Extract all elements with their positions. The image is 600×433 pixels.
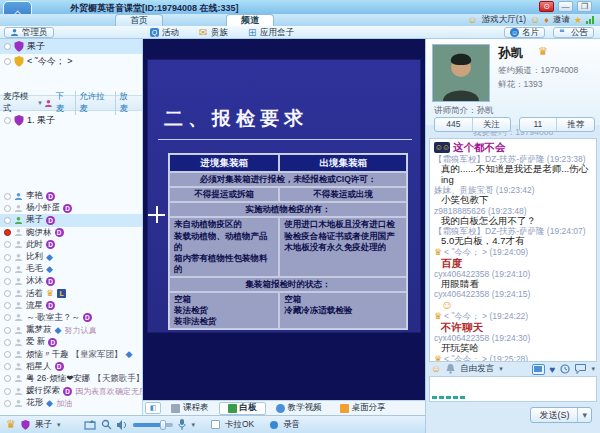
- member-row[interactable]: ～·歌室主？～D: [0, 312, 142, 324]
- user-icon: [14, 301, 23, 310]
- app-menu-button[interactable]: ⊙: [539, 1, 554, 12]
- table-cell: 不得装运或出境: [279, 187, 407, 202]
- volume-slider[interactable]: [133, 423, 173, 427]
- mic-queue-item[interactable]: 果子: [0, 39, 142, 54]
- tab-whiteboard[interactable]: 白板: [219, 402, 266, 415]
- heart-icon[interactable]: ♥: [550, 364, 556, 375]
- minimize-button[interactable]: —: [558, 1, 573, 12]
- favorite-star-icon[interactable]: ★: [574, 15, 582, 25]
- chat-message-list[interactable]: ☺☺这个都不会 【霜狼军校】DZ-扶苏-萨萨隆 (19:23:38)真的....…: [429, 138, 597, 362]
- member-row[interactable]: 熏梦菽◆努力认真: [0, 324, 142, 336]
- chevron-down-icon[interactable]: ▾: [191, 421, 195, 429]
- game-lobby-link[interactable]: 游戏大厅(1): [482, 14, 526, 26]
- record-icon[interactable]: [270, 421, 278, 429]
- activity-button[interactable]: Q活动: [145, 27, 184, 38]
- member-row[interactable]: 花形◆加油: [0, 397, 142, 409]
- mic-mode-label[interactable]: 麦序模式: [3, 91, 36, 115]
- clock-icon[interactable]: [560, 364, 570, 374]
- tab-schedule[interactable]: 课程表: [163, 402, 217, 415]
- allow-mic-link[interactable]: 允许拉麦: [75, 91, 115, 115]
- member-row[interactable]: 流星D: [0, 300, 142, 312]
- chat-sender[interactable]: < ˜今今； > (19:24:09): [444, 247, 528, 257]
- member-row[interactable]: 比利◆: [0, 251, 142, 263]
- resize-grip[interactable]: [432, 396, 465, 399]
- appbox-button[interactable]: ⊞应用盒子: [243, 27, 299, 38]
- chat-sender[interactable]: < ˜今今； > (19:24:22): [444, 311, 528, 321]
- karaoke-checkbox[interactable]: [211, 420, 220, 429]
- chat-sender[interactable]: z9818885626 (19:23:48): [434, 206, 592, 216]
- chevron-down-icon[interactable]: ▾: [57, 421, 61, 429]
- diamond-badge: ◆: [46, 253, 53, 262]
- table-cell: 使用进口木地板且没有进口检 验检疫合格证书或者使用国产 木地板没有永久免疫处理的: [279, 217, 407, 276]
- send-button[interactable]: 发送(S)▾: [530, 407, 592, 423]
- chat-sender[interactable]: cyx406422358 (19:24:10): [434, 269, 592, 279]
- radio-icon: [4, 375, 11, 382]
- chat-input[interactable]: [429, 376, 597, 402]
- speaking-user-row[interactable]: 1. 果子: [0, 113, 142, 128]
- chevron-down-icon[interactable]: ▾: [577, 408, 591, 422]
- chat-sender[interactable]: < ˜今今； > (19:25:28): [444, 354, 528, 363]
- whiteboard-icon: [228, 404, 237, 413]
- member-row[interactable]: 果子D: [0, 214, 142, 226]
- member-row[interactable]: 毛毛◆: [0, 263, 142, 275]
- snapshot-icon[interactable]: [84, 420, 96, 430]
- member-row[interactable]: 粤 26·烦恼❤安娜【天籁歌手】: [0, 373, 142, 385]
- chevron-down-icon[interactable]: ▾: [591, 365, 595, 373]
- recommend-button[interactable]: 11推荐: [519, 117, 596, 132]
- mic-queue-item[interactable]: < ˜今今； >: [0, 54, 142, 69]
- tab-channel[interactable]: 频道: [226, 14, 274, 26]
- chat-sender[interactable]: cyx406422358 (19:24:15): [434, 289, 592, 299]
- speaker-icon[interactable]: [117, 420, 128, 430]
- release-mic-link[interactable]: 放麦: [115, 91, 139, 115]
- radio-icon[interactable]: [4, 117, 11, 124]
- maximize-button[interactable]: ❐: [577, 1, 592, 12]
- member-row[interactable]: 稻星人D: [0, 361, 142, 373]
- member-row[interactable]: 活着♛L: [0, 288, 142, 300]
- emoticon-picker-icon[interactable]: ☺: [431, 364, 441, 374]
- member-row[interactable]: 烦恼〃千趣【皇家军团】◆: [0, 348, 142, 360]
- table-cell: 必须对集装箱进行报检，未经报检或CIQ许可：: [169, 172, 407, 187]
- user-icon: [14, 216, 23, 225]
- user-icon: [14, 374, 23, 383]
- signal-icon: [586, 16, 594, 24]
- microphone-icon[interactable]: [178, 419, 186, 430]
- notice-button[interactable]: ❝公告: [553, 27, 594, 38]
- send-row: 发送(S)▾: [426, 402, 600, 428]
- emoticon-icon: ☺: [434, 299, 592, 311]
- tab-screen-share[interactable]: 桌面分享: [332, 402, 394, 415]
- member-row[interactable]: 杨小虾蛋D: [0, 202, 142, 214]
- member-row[interactable]: 沐沐D: [0, 275, 142, 287]
- card-button[interactable]: ☺名片: [504, 27, 545, 38]
- admin-button[interactable]: 管理员: [4, 27, 54, 38]
- chevron-down-icon[interactable]: ▾: [499, 365, 503, 373]
- collapse-panel-button[interactable]: ◧: [145, 402, 161, 414]
- vip-badge: D: [48, 338, 57, 347]
- chevron-down-icon[interactable]: ▾: [38, 99, 42, 107]
- member-row[interactable]: 此时D: [0, 239, 142, 251]
- member-row[interactable]: 李艳D: [0, 190, 142, 202]
- speak-mode-label[interactable]: 自由发言: [460, 363, 494, 375]
- bell-icon[interactable]: [446, 364, 455, 374]
- user-icon: [14, 228, 23, 237]
- mic-down-link[interactable]: 下麦: [53, 91, 76, 115]
- follow-button[interactable]: 445关注: [434, 117, 511, 132]
- noble-button[interactable]: ✉贵族: [194, 27, 233, 38]
- record-label: 录音: [283, 419, 300, 431]
- emoticon-icon: ☺☺: [434, 142, 450, 153]
- member-row[interactable]: 媛行探索D因为表喜欢确定无所谓: [0, 385, 142, 397]
- radio-icon[interactable]: [4, 43, 11, 50]
- message-bubble-icon[interactable]: [575, 364, 586, 374]
- member-row[interactable]: 爱 新D: [0, 336, 142, 348]
- avatar[interactable]: [432, 44, 490, 102]
- invite-link[interactable]: 邀请: [553, 14, 570, 26]
- tab-home[interactable]: 首页: [115, 14, 163, 26]
- radio-icon[interactable]: [4, 58, 11, 65]
- vip-badge: D: [83, 313, 92, 322]
- member-status: 努力认真: [64, 325, 96, 336]
- nav-tab-row: 首页 频道 ☺ 游戏大厅(1) ☺ ♦ 邀请 ★: [0, 14, 600, 26]
- magnifier-icon[interactable]: [101, 419, 112, 430]
- screenshot-icon[interactable]: [532, 364, 545, 375]
- member-row[interactable]: 豌伊林D: [0, 227, 142, 239]
- user-icon: [14, 265, 23, 274]
- tab-teaching-video[interactable]: 教学视频: [268, 402, 330, 415]
